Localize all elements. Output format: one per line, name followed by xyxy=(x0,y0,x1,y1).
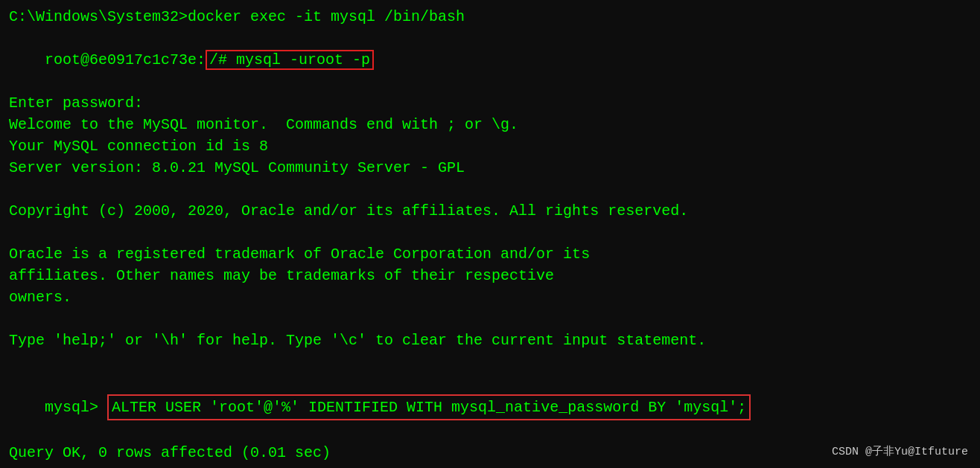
line-type-help: Type 'help;' or '\h' for help. Type '\c'… xyxy=(9,330,971,351)
prompt-text: root@6e0917c1c73e: xyxy=(45,51,206,68)
line-blank1 xyxy=(9,179,971,200)
line-server-version: Server version: 8.0.21 MySQL Community S… xyxy=(9,157,971,179)
terminal-window: C:\Windows\System32>docker exec -it mysq… xyxy=(0,0,980,468)
line-copyright: Copyright (c) 2000, 2020, Oracle and/or … xyxy=(9,200,971,222)
watermark-text: CSDN @子非Yu@Itfuture xyxy=(832,444,968,461)
line-blank5 xyxy=(9,464,971,468)
line-query-ok-1: Query OK, 0 rows affected (0.01 sec) xyxy=(9,442,971,464)
line-blank4 xyxy=(9,351,971,373)
line-blank3 xyxy=(9,308,971,330)
line-docker-exec: C:\Windows\System32>docker exec -it mysq… xyxy=(9,6,971,28)
line-mysql-login: root@6e0917c1c73e:/# mysql -uroot -p xyxy=(9,28,971,92)
line-oracle3: owners. xyxy=(9,286,971,308)
line-oracle2: affiliates. Other names may be trademark… xyxy=(9,265,971,286)
alter-command-box: ALTER USER 'root'@'%' IDENTIFIED WITH my… xyxy=(107,394,751,420)
line-alter-user: mysql> ALTER USER 'root'@'%' IDENTIFIED … xyxy=(9,373,971,442)
line-oracle1: Oracle is a registered trademark of Orac… xyxy=(9,243,971,265)
line-blank2 xyxy=(9,222,971,243)
mysql-prompt-alter: mysql> xyxy=(45,399,107,416)
line-enter-password: Enter password: xyxy=(9,92,971,114)
mysql-command-box: /# mysql -uroot -p xyxy=(206,50,374,70)
line-welcome: Welcome to the MySQL monitor. Commands e… xyxy=(9,114,971,135)
line-connection-id: Your MySQL connection id is 8 xyxy=(9,135,971,157)
